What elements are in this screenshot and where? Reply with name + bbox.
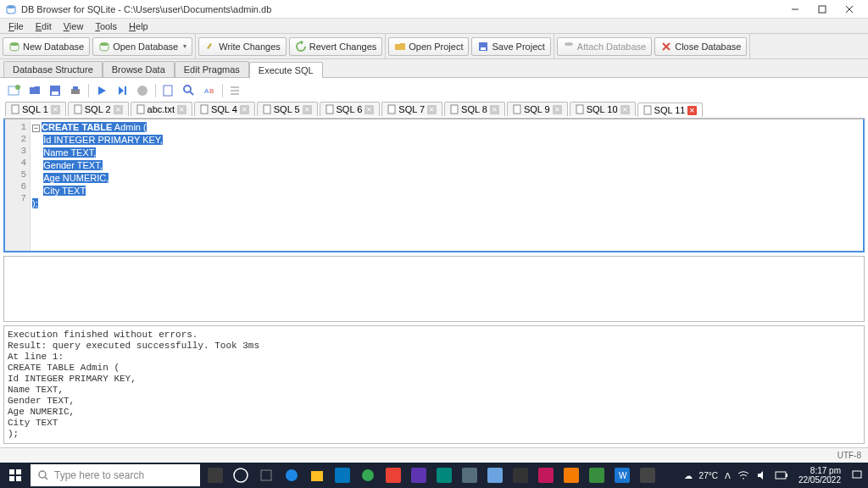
tab-edit-pragmas[interactable]: Edit Pragmas <box>175 61 249 77</box>
menu-view[interactable]: View <box>58 20 89 32</box>
svg-point-6 <box>100 42 108 46</box>
sql-tab[interactable]: SQL 4✕ <box>194 102 255 116</box>
pinned-app[interactable] <box>407 463 431 487</box>
new-tab-icon[interactable] <box>7 83 22 98</box>
pinned-app[interactable] <box>381 463 405 487</box>
save-results-icon[interactable] <box>161 83 176 98</box>
menu-file[interactable]: File <box>3 20 29 32</box>
page-icon <box>74 104 82 114</box>
close-tab-icon[interactable]: ✕ <box>303 105 312 114</box>
sql-tab[interactable]: SQL 1✕ <box>5 102 66 116</box>
sql-tab[interactable]: SQL 5✕ <box>257 102 318 116</box>
close-tab-icon[interactable]: ✕ <box>553 105 562 114</box>
pinned-app[interactable] <box>559 463 583 487</box>
write-changes-button[interactable]: Write Changes <box>198 37 287 56</box>
indent-icon[interactable] <box>228 83 243 98</box>
close-tab-icon[interactable]: ✕ <box>687 106 697 115</box>
menu-edit[interactable]: Edit <box>31 20 57 32</box>
pinned-app[interactable] <box>509 463 532 487</box>
svg-rect-42 <box>16 476 21 481</box>
pinned-app[interactable] <box>585 463 609 487</box>
page-icon <box>450 104 459 114</box>
menu-tools[interactable]: Tools <box>90 20 122 32</box>
pinned-app[interactable] <box>203 463 227 487</box>
close-tab-icon[interactable]: ✕ <box>364 105 374 114</box>
tab-browse-data[interactable]: Browse Data <box>103 61 175 77</box>
sql-editor[interactable]: 1234567 −CREATE TABLE Admin ( Id INTEGER… <box>3 119 865 252</box>
find-replace-icon[interactable]: AB <box>202 83 217 98</box>
svg-rect-59 <box>589 468 604 483</box>
svg-rect-28 <box>12 105 19 114</box>
sql-tab[interactable]: SQL 8✕ <box>444 102 505 116</box>
pinned-app[interactable] <box>356 463 380 487</box>
svg-text:W: W <box>619 471 627 480</box>
close-tab-icon[interactable]: ✕ <box>51 105 60 114</box>
open-project-button[interactable]: Open Project <box>388 37 469 56</box>
pinned-app[interactable] <box>254 463 278 487</box>
new-database-button[interactable]: New Database <box>3 37 90 56</box>
close-tab-icon[interactable]: ✕ <box>177 105 186 114</box>
close-tab-icon[interactable]: ✕ <box>490 105 499 114</box>
close-tab-icon[interactable]: ✕ <box>427 105 437 114</box>
clock[interactable]: 8:17 pm 22/05/2022 <box>795 466 844 485</box>
svg-rect-2 <box>819 6 826 13</box>
svg-rect-15 <box>52 92 58 95</box>
close-button[interactable] <box>836 1 863 18</box>
menu-help[interactable]: Help <box>124 20 153 32</box>
weather-temp[interactable]: 27°C <box>699 471 718 480</box>
open-file-icon[interactable] <box>27 83 42 98</box>
notifications-icon[interactable] <box>851 469 863 481</box>
save-icon[interactable] <box>47 83 63 98</box>
sql-tab[interactable]: SQL 7✕ <box>381 102 442 116</box>
pinned-app[interactable] <box>636 463 659 487</box>
sql-tab[interactable]: SQL 2✕ <box>68 102 129 116</box>
pinned-app[interactable] <box>305 463 329 487</box>
volume-icon[interactable] <box>756 470 768 480</box>
revert-changes-button[interactable]: Revert Changes <box>289 37 383 56</box>
pinned-app[interactable] <box>331 463 354 487</box>
find-icon[interactable] <box>181 83 197 98</box>
print-icon[interactable] <box>68 83 83 98</box>
minimize-button[interactable] <box>782 1 809 18</box>
sql-tab[interactable]: SQL 6✕ <box>320 102 381 116</box>
pinned-app[interactable] <box>483 463 507 487</box>
sql-tab[interactable]: SQL 10✕ <box>570 102 636 116</box>
svg-rect-62 <box>640 468 655 483</box>
sql-tab[interactable]: abc.txt✕ <box>131 102 192 116</box>
page-icon <box>326 104 334 114</box>
tray-chevron-icon[interactable]: ᐱ <box>725 471 731 480</box>
sql-tab[interactable]: SQL 9✕ <box>507 102 568 116</box>
close-tab-icon[interactable]: ✕ <box>620 105 630 114</box>
svg-rect-20 <box>164 86 172 96</box>
execute-icon[interactable] <box>94 83 109 98</box>
save-project-button[interactable]: Save Project <box>471 37 550 56</box>
line-gutter: 1234567 <box>5 119 31 251</box>
maximize-button[interactable] <box>809 1 836 18</box>
stop-icon[interactable] <box>135 83 150 98</box>
attach-database-button[interactable]: Attach Database <box>557 37 652 56</box>
svg-rect-31 <box>201 105 208 114</box>
sql-tab-label: SQL 6 <box>337 104 363 114</box>
pinned-app[interactable]: W <box>610 463 634 487</box>
close-tab-icon[interactable]: ✕ <box>240 105 249 114</box>
pinned-app[interactable] <box>229 463 253 487</box>
pinned-app[interactable] <box>432 463 456 487</box>
tab-database-structure[interactable]: Database Structure <box>3 61 103 77</box>
wifi-icon[interactable] <box>737 470 749 480</box>
tab-execute-sql[interactable]: Execute SQL <box>249 62 323 78</box>
pinned-app[interactable] <box>280 463 303 487</box>
svg-rect-58 <box>564 468 579 483</box>
open-database-button[interactable]: Open Database <box>92 37 192 56</box>
close-tab-icon[interactable]: ✕ <box>114 105 123 114</box>
pinned-app[interactable] <box>534 463 558 487</box>
sql-code[interactable]: −CREATE TABLE Admin ( Id INTEGER PRIMARY… <box>31 119 863 251</box>
pinned-app[interactable] <box>458 463 481 487</box>
taskbar-search[interactable]: Type here to search <box>31 464 200 486</box>
start-button[interactable] <box>0 463 31 488</box>
execute-line-icon[interactable] <box>114 83 130 98</box>
weather-icon[interactable]: ☁ <box>684 471 693 480</box>
sql-tab[interactable]: SQL 11✕ <box>637 103 704 117</box>
battery-icon[interactable] <box>775 471 788 480</box>
close-database-button[interactable]: Close Database <box>654 37 747 56</box>
page-icon <box>643 105 652 115</box>
